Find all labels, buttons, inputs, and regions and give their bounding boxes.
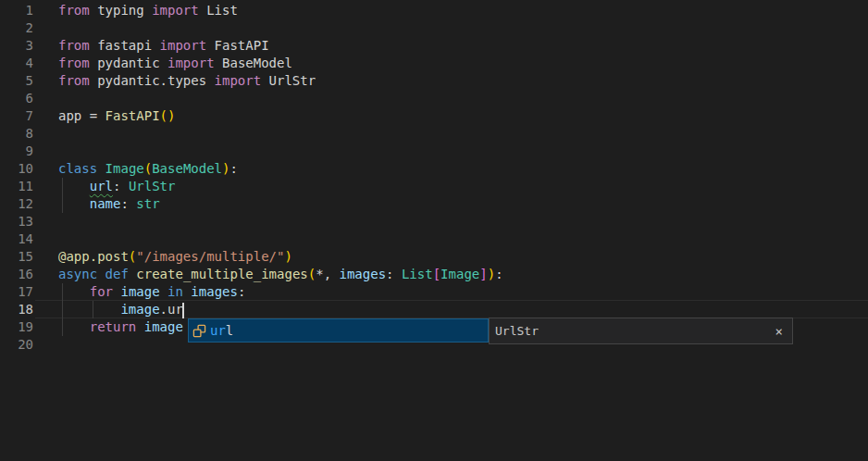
line-number: 17 <box>0 283 33 301</box>
code-text: class Image(BaseModel): <box>58 160 238 178</box>
code-line[interactable]: 3from fastapi import FastAPI <box>0 37 868 55</box>
line-number: 3 <box>0 37 33 55</box>
vscode-editor-window: { "editor": { "active_line": 18, "lines"… <box>0 0 868 461</box>
code-text: name: str <box>58 195 160 213</box>
code-text: app = FastAPI() <box>58 107 175 125</box>
line-number: 13 <box>0 213 33 230</box>
code-text: return image <box>58 318 183 336</box>
line-number: 1 <box>0 2 33 19</box>
line-number: 14 <box>0 230 33 248</box>
code-text: from typing import List <box>58 2 238 19</box>
line-number: 7 <box>0 107 33 125</box>
code-line[interactable]: 10class Image(BaseModel): <box>0 160 868 178</box>
suggestion-label-rest: l <box>226 323 233 338</box>
code-text: async def create_multiple_images(*, imag… <box>58 266 503 283</box>
code-text: url: UrlStr <box>58 178 175 195</box>
code-line[interactable]: 7app = FastAPI() <box>0 107 868 125</box>
code-text: for image in images: <box>58 283 245 301</box>
line-number: 12 <box>0 195 33 213</box>
line-number: 4 <box>0 55 33 72</box>
code-text: from pydantic import BaseModel <box>58 55 292 72</box>
code-line[interactable]: 13 <box>0 213 868 230</box>
autocomplete-detail-panel: UrlStr × <box>489 318 793 344</box>
line-number: 9 <box>0 143 33 160</box>
code-line[interactable]: 14 <box>0 230 868 248</box>
close-icon[interactable]: × <box>775 324 783 339</box>
code-line[interactable]: 4from pydantic import BaseModel <box>0 55 868 72</box>
line-number: 16 <box>0 266 33 283</box>
suggestion-label-match: ur <box>210 323 226 338</box>
line-number: 20 <box>0 336 33 354</box>
line-number: 8 <box>0 125 33 143</box>
line-number: 10 <box>0 160 33 178</box>
suggestion-label: url <box>210 322 233 340</box>
line-number: 18 <box>0 301 33 318</box>
code-text: from pydantic.types import UrlStr <box>58 72 316 90</box>
line-number: 5 <box>0 72 33 90</box>
code-text: image.ur <box>58 301 183 318</box>
code-line[interactable]: 15@app.post("/images/multiple/") <box>0 248 868 266</box>
code-line[interactable]: 8 <box>0 125 868 143</box>
line-number: 19 <box>0 318 33 336</box>
text-cursor <box>182 303 184 318</box>
code-line[interactable]: 18 image.ur <box>0 301 868 318</box>
line-number: 2 <box>0 19 33 37</box>
code-text: @app.post("/images/multiple/") <box>58 248 292 266</box>
code-line[interactable]: 16async def create_multiple_images(*, im… <box>0 266 868 283</box>
line-number: 6 <box>0 90 33 107</box>
code-line[interactable]: 1from typing import List <box>0 2 868 19</box>
line-number: 11 <box>0 178 33 195</box>
line-number: 15 <box>0 248 33 266</box>
suggestion-detail-text: UrlStr <box>495 324 775 338</box>
code-editor[interactable]: 1from typing import List23from fastapi i… <box>0 0 868 461</box>
symbol-field-icon <box>192 324 206 338</box>
code-text: from fastapi import FastAPI <box>58 37 269 55</box>
code-line[interactable]: 5from pydantic.types import UrlStr <box>0 72 868 90</box>
code-line[interactable]: 12 name: str <box>0 195 868 213</box>
code-line[interactable]: 17 for image in images: <box>0 283 868 301</box>
code-line[interactable]: 2 <box>0 19 868 37</box>
code-line[interactable]: 11 url: UrlStr <box>0 178 868 195</box>
code-line[interactable]: 9 <box>0 143 868 160</box>
code-line[interactable]: 6 <box>0 90 868 107</box>
autocomplete-popup[interactable]: url <box>188 318 489 343</box>
code-lines: 1from typing import List23from fastapi i… <box>0 2 868 354</box>
suggestion-item-url[interactable]: url <box>189 322 233 340</box>
